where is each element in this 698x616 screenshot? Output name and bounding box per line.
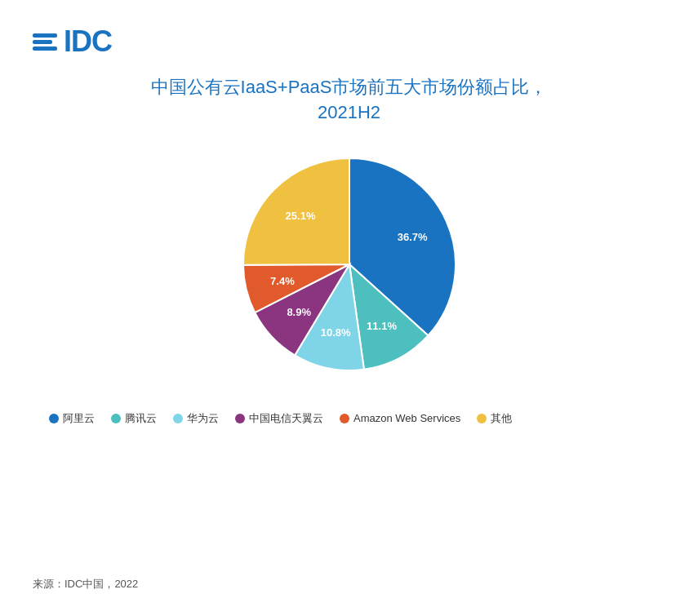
legend-color [340,414,349,423]
legend-item: Amazon Web Services [340,411,460,426]
source-text: 来源：IDC中国，2022 [33,577,138,592]
legend-item: 腾讯云 [111,411,157,426]
legend-color [49,414,59,423]
legend: 阿里云腾讯云华为云中国电信天翼云Amazon Web Services其他 [33,411,528,426]
logo-area: IDC [33,24,112,59]
svg-text:11.1%: 11.1% [367,319,397,331]
legend-label: Amazon Web Services [353,412,460,424]
legend-color [477,414,487,423]
svg-text:10.8%: 10.8% [320,326,350,338]
legend-item: 华为云 [173,411,219,426]
chart-title: 中国公有云IaaS+PaaS市场前五大市场份额占比， 2021H2 [33,75,665,126]
logo-text: IDC [64,24,112,59]
legend-color [235,414,245,423]
legend-item: 中国电信天翼云 [235,411,323,426]
legend-item: 阿里云 [49,411,95,426]
title-line1: 中国公有云IaaS+PaaS市场前五大市场份额占比， [33,75,665,100]
legend-color [111,414,121,423]
legend-label: 腾讯云 [125,411,157,426]
svg-text:25.1%: 25.1% [285,210,315,222]
legend-item: 其他 [477,411,512,426]
idc-logo-icon [33,33,57,51]
svg-text:8.9%: 8.9% [287,305,311,317]
title-line2: 2021H2 [33,100,665,126]
pie-chart: 36.7%11.1%10.8%8.9%7.4%25.1% [194,134,505,395]
legend-label: 中国电信天翼云 [249,411,323,426]
legend-label: 其他 [491,411,512,426]
svg-text:7.4%: 7.4% [270,275,295,287]
legend-label: 华为云 [187,411,219,426]
svg-text:36.7%: 36.7% [397,230,427,242]
legend-color [173,414,183,423]
legend-label: 阿里云 [63,411,95,426]
chart-area: 36.7%11.1%10.8%8.9%7.4%25.1% [33,134,665,395]
